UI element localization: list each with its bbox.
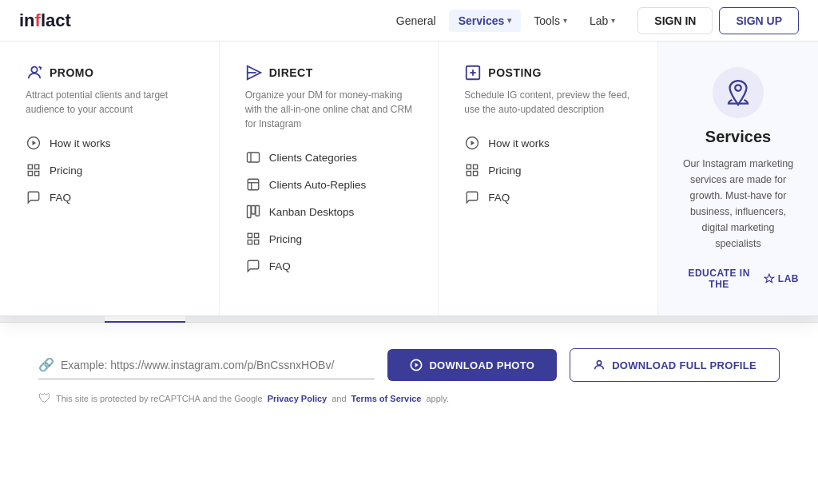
promo-icon	[26, 64, 43, 81]
svg-rect-27	[474, 165, 478, 169]
svg-marker-47	[415, 363, 419, 367]
posting-desc: Schedule IG content, preview the feed, u…	[464, 88, 632, 117]
grid-icon	[26, 162, 42, 178]
posting-col: POSTING Schedule IG content, preview the…	[439, 42, 658, 315]
direct-icon	[245, 64, 263, 81]
svg-rect-9	[247, 153, 259, 162]
posting-header: POSTING	[464, 64, 632, 81]
promo-header: PROMO	[26, 64, 193, 81]
services-dropdown: PROMO Attract potential clients and targ…	[0, 42, 818, 316]
posting-icon	[464, 64, 482, 81]
svg-rect-4	[35, 165, 39, 169]
kanban-icon	[245, 204, 261, 220]
clients-categories[interactable]: Clients Categories	[245, 144, 413, 171]
promo-pricing[interactable]: Pricing	[26, 157, 193, 184]
nav-services[interactable]: Services ▾	[449, 10, 522, 32]
nav-buttons: SIGN IN SIGN UP	[637, 7, 799, 34]
svg-point-48	[598, 361, 602, 365]
svg-rect-18	[254, 233, 258, 237]
svg-rect-15	[251, 206, 255, 215]
nav-lab[interactable]: Lab ▾	[580, 10, 625, 32]
play-circle-icon	[26, 135, 42, 151]
signup-button[interactable]: SIGN UP	[719, 7, 799, 34]
posting-faq[interactable]: FAQ	[464, 184, 632, 211]
download-profile-button[interactable]: DOWNLOAD FULL PROFILE	[570, 348, 780, 382]
svg-rect-11	[248, 179, 259, 190]
promo-col: PROMO Attract potential clients and targ…	[0, 42, 220, 315]
nav-links: General Services ▾ Tools ▾ Lab ▾	[387, 10, 625, 32]
posting-pricing[interactable]: Pricing	[464, 157, 632, 184]
direct-pricing[interactable]: Pricing	[245, 225, 413, 252]
chat-icon	[26, 189, 42, 205]
svg-rect-16	[256, 206, 260, 216]
svg-rect-20	[254, 240, 258, 244]
svg-point-0	[31, 67, 37, 73]
svg-rect-14	[247, 206, 251, 218]
svg-marker-2	[33, 141, 37, 145]
url-input-wrap: 🔗	[38, 351, 375, 379]
clients-auto-replies[interactable]: Clients Auto-Replies	[245, 171, 413, 198]
svg-rect-26	[467, 165, 471, 169]
direct-header: DIRECT	[245, 64, 413, 81]
svg-rect-3	[28, 165, 32, 169]
services-sidebar: Services Our Instagram marketing service…	[658, 42, 818, 315]
services-icon	[713, 67, 764, 118]
svg-rect-19	[248, 240, 252, 244]
svg-rect-17	[248, 233, 252, 237]
direct-col: DIRECT Organize your DM for money-making…	[220, 42, 439, 315]
sidebar-services-title: Services	[705, 128, 771, 146]
chevron-down-icon: ▾	[507, 16, 511, 25]
download-photo-button[interactable]: DOWNLOAD PHOTO	[387, 349, 557, 381]
recaptcha-note: 🛡 This site is protected by reCAPTCHA an…	[38, 391, 780, 406]
direct-faq[interactable]: FAQ	[245, 252, 413, 280]
terms-of-service-link[interactable]: Terms of Service	[351, 394, 422, 403]
posting-how-it-works[interactable]: How it works	[464, 129, 632, 157]
logo[interactable]: inflact	[19, 10, 71, 31]
kanban-desktops[interactable]: Kanban Desktops	[245, 198, 413, 225]
play-circle-icon	[464, 135, 480, 151]
download-content: 🔗 DOWNLOAD PHOTO DOWNLOAD FULL PROFILE 🛡…	[0, 323, 818, 425]
chevron-down-icon: ▾	[611, 16, 615, 25]
signin-button[interactable]: SIGN IN	[637, 7, 713, 34]
promo-how-it-works[interactable]: How it works	[26, 129, 193, 157]
chat-rect-icon	[245, 149, 261, 165]
svg-point-30	[735, 85, 741, 91]
nav-tools[interactable]: Tools ▾	[524, 10, 577, 32]
posting-title: POSTING	[488, 66, 542, 79]
educate-lab-link[interactable]: EDUCATE IN THE LAB	[677, 268, 799, 290]
link-icon: 🔗	[38, 357, 54, 372]
chat-icon	[464, 189, 480, 205]
chat-icon	[245, 258, 261, 274]
direct-title: DIRECT	[269, 66, 313, 79]
svg-marker-25	[471, 141, 475, 145]
sidebar-services-desc: Our Instagram marketing services are mad…	[677, 156, 799, 252]
svg-rect-29	[474, 172, 478, 176]
navbar: inflact General Services ▾ Tools ▾ Lab ▾…	[0, 0, 818, 42]
promo-faq[interactable]: FAQ	[26, 184, 193, 211]
svg-rect-28	[467, 172, 471, 176]
promo-title: PROMO	[50, 66, 93, 79]
nav-general[interactable]: General	[387, 10, 446, 32]
auto-reply-icon	[245, 177, 261, 192]
privacy-policy-link[interactable]: Privacy Policy	[268, 394, 328, 403]
svg-rect-6	[35, 172, 39, 176]
direct-desc: Organize your DM for money-making with t…	[245, 88, 413, 131]
recaptcha-shield-icon: 🛡	[38, 391, 51, 406]
chevron-down-icon: ▾	[563, 16, 567, 25]
url-row: 🔗 DOWNLOAD PHOTO DOWNLOAD FULL PROFILE	[38, 348, 780, 382]
svg-rect-5	[28, 172, 32, 176]
grid-icon	[245, 231, 261, 247]
url-input[interactable]	[61, 359, 375, 371]
grid-icon	[464, 162, 480, 178]
promo-desc: Attract potential clients and target aud…	[26, 88, 193, 117]
